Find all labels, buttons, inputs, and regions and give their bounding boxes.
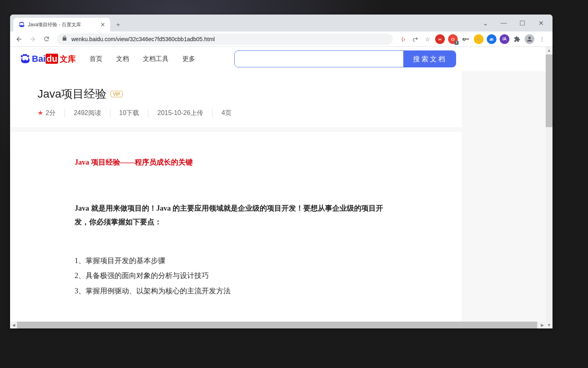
close-tab-icon[interactable]: ✕ bbox=[100, 21, 105, 28]
logo-text: du bbox=[46, 54, 58, 64]
tab-title: Java项目经验 - 百度文库 bbox=[28, 21, 81, 28]
favicon-icon bbox=[18, 21, 25, 28]
svg-point-2 bbox=[22, 22, 23, 23]
page-viewport: Baidu 文库 首页 文档 文档工具 更多 搜索文档 Java项目经验 VIP bbox=[10, 47, 553, 328]
extension-icon[interactable]: ⎋en bbox=[461, 34, 471, 44]
reload-button[interactable] bbox=[41, 33, 52, 45]
scroll-thumb[interactable] bbox=[546, 54, 553, 127]
scroll-thumb[interactable] bbox=[17, 322, 537, 328]
list-item: 2、具备极强的面向对象的分析与设计技巧 bbox=[75, 268, 397, 284]
logo-text: 文库 bbox=[60, 54, 76, 65]
search-input[interactable] bbox=[234, 50, 404, 67]
document-body: Java 项目经验——程序员成长的关键 Java 就是用来做项目的！Java 的… bbox=[10, 132, 462, 322]
downloads: 10下载 bbox=[111, 109, 149, 117]
scroll-up-icon[interactable]: ▲ bbox=[546, 47, 553, 54]
baidu-wenku-logo[interactable]: Baidu 文库 bbox=[19, 53, 76, 65]
nav-more[interactable]: 更多 bbox=[182, 55, 195, 63]
star-icon: ★ bbox=[38, 109, 43, 116]
extension-icon[interactable]: ∞ bbox=[435, 34, 445, 44]
svg-point-1 bbox=[21, 22, 22, 23]
horizontal-scrollbar[interactable]: ◀ ▶ bbox=[10, 322, 546, 328]
extension-icon[interactable]: 👑 bbox=[474, 34, 484, 44]
tab-bar: Java项目经验 - 百度文库 ✕ ＋ ⌄ — ☐ ✕ bbox=[10, 15, 553, 31]
vertical-scrollbar[interactable]: ▲ ▼ bbox=[546, 47, 553, 328]
svg-point-6 bbox=[25, 54, 27, 56]
address-bar[interactable]: wenku.baidu.com/view/32c346ec7fd5360cbb1… bbox=[57, 33, 393, 45]
reads: 2492阅读 bbox=[65, 109, 111, 117]
logo-text: Bai bbox=[32, 54, 46, 64]
scroll-right-icon[interactable]: ▶ bbox=[539, 322, 546, 328]
extensions-menu-icon[interactable] bbox=[511, 33, 523, 45]
forward-button[interactable] bbox=[27, 33, 38, 45]
extension-icon[interactable]: æ bbox=[487, 34, 496, 44]
upload-date: 2015-10-26上传 bbox=[148, 109, 213, 117]
document-meta: ★2分 2492阅读 10下载 2015-10-26上传 4页 bbox=[38, 109, 434, 117]
svg-point-5 bbox=[23, 54, 25, 56]
profile-avatar-icon[interactable] bbox=[525, 34, 534, 44]
nav-tools[interactable]: 文档工具 bbox=[143, 55, 169, 63]
back-button[interactable] bbox=[13, 33, 25, 45]
maximize-button[interactable]: ☐ bbox=[513, 17, 532, 29]
toolbar: wenku.baidu.com/view/32c346ec7fd5360cbb1… bbox=[10, 31, 553, 47]
content-list: 1、掌握项目开发的基本步骤 2、具备极强的面向对象的分析与设计技巧 3、掌握用例… bbox=[75, 253, 397, 299]
search-wrap: 搜索文档 bbox=[234, 50, 456, 67]
svg-point-3 bbox=[23, 23, 24, 24]
star-icon[interactable]: ☆ bbox=[422, 33, 433, 45]
content-heading: Java 项目经验——程序员成长的关键 bbox=[75, 155, 397, 169]
pages: 4页 bbox=[213, 109, 240, 117]
vip-badge: VIP bbox=[111, 91, 123, 97]
list-item: 1、掌握项目开发的基本步骤 bbox=[75, 253, 397, 269]
svg-point-0 bbox=[19, 23, 21, 24]
search-button[interactable]: 搜索文档 bbox=[404, 50, 456, 67]
document-area: Java项目经验 VIP ★2分 2492阅读 10下载 2015-10-26上… bbox=[10, 71, 546, 322]
rating: 2分 bbox=[46, 109, 56, 116]
svg-point-7 bbox=[27, 55, 29, 57]
active-tab[interactable]: Java项目经验 - 百度文库 ✕ bbox=[13, 18, 110, 31]
site-header: Baidu 文库 首页 文档 文档工具 更多 搜索文档 bbox=[10, 47, 546, 71]
page-content: Baidu 文库 首页 文档 文档工具 更多 搜索文档 Java项目经验 VIP bbox=[10, 47, 546, 328]
kebab-menu-icon[interactable]: ⋮ bbox=[536, 33, 548, 45]
extension-icon[interactable]: IA bbox=[500, 34, 509, 44]
chevron-down-icon[interactable]: ⌄ bbox=[476, 17, 494, 29]
content-paragraph: Java 就是用来做项目的！Java 的主要应用领域就是企业级的项目开发！要想从… bbox=[75, 201, 397, 229]
toolbar-icons: ⟨› ☆ ∞ O ⎋en 👑 æ IA ⋮ bbox=[398, 33, 549, 45]
url-text: wenku.baidu.com/view/32c346ec7fd5360cbb1… bbox=[71, 36, 215, 42]
close-window-button[interactable]: ✕ bbox=[532, 17, 550, 29]
minimize-button[interactable]: — bbox=[494, 17, 513, 29]
extension-icon[interactable]: O bbox=[448, 34, 458, 44]
nav-docs[interactable]: 文档 bbox=[116, 55, 129, 63]
scroll-left-icon[interactable]: ◀ bbox=[10, 322, 17, 328]
scroll-down-icon[interactable]: ▼ bbox=[546, 322, 553, 328]
svg-point-4 bbox=[21, 55, 23, 57]
new-tab-button[interactable]: ＋ bbox=[113, 19, 124, 30]
document-header: Java项目经验 VIP ★2分 2492阅读 10下载 2015-10-26上… bbox=[10, 71, 462, 127]
window-controls: ⌄ — ☐ ✕ bbox=[476, 15, 553, 31]
document-title: Java项目经验 bbox=[38, 86, 106, 102]
browser-window: Java项目经验 - 百度文库 ✕ ＋ ⌄ — ☐ ✕ wenku.baidu.… bbox=[10, 15, 553, 328]
lock-icon bbox=[62, 36, 67, 42]
devtools-icon[interactable]: ⟨› bbox=[398, 33, 409, 45]
share-icon[interactable] bbox=[410, 33, 421, 45]
list-item: 3、掌握用例驱动、以架构为核心的主流开发方法 bbox=[75, 284, 397, 299]
nav-home[interactable]: 首页 bbox=[90, 55, 102, 63]
